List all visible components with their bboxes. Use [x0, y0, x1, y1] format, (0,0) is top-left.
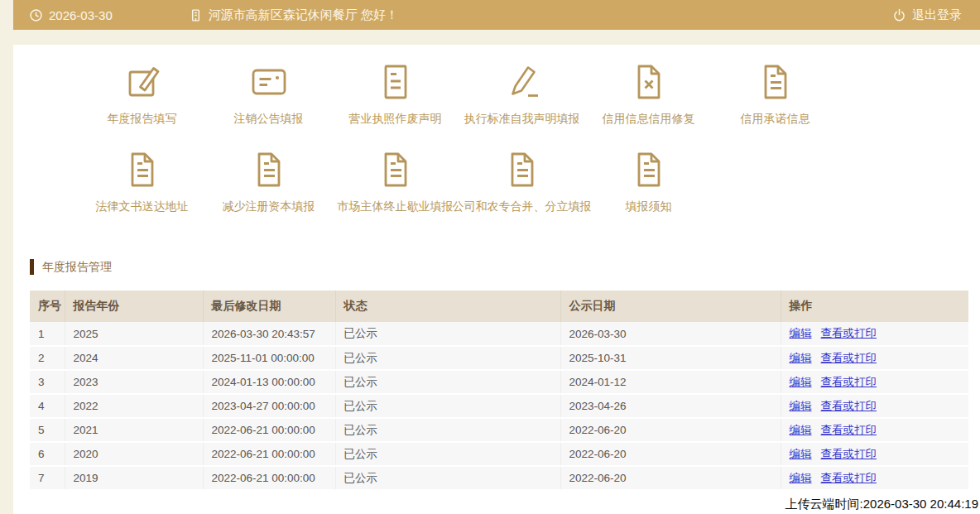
nav-item-label: 执行标准自我声明填报 [464, 112, 580, 127]
nav-item-0[interactable]: 年度报告填写 [79, 62, 205, 150]
doc-text-icon [756, 62, 795, 102]
edit-link[interactable]: 编辑 [790, 376, 812, 388]
row-published: 2026-03-30 [560, 322, 781, 346]
row-status: 已公示 [335, 346, 560, 370]
row-no: 1 [30, 322, 65, 346]
function-nav-grid: 年度报告填写注销公告填报营业执照作废声明执行标准自我声明填报信用信息信用修复信用… [79, 62, 980, 238]
table-row: 320232024-01-13 00:00:00已公示2024-01-12编辑查… [30, 370, 968, 394]
row-operations: 编辑查看或打印 [781, 418, 968, 442]
nav-item-label: 营业执照作废声明 [349, 112, 442, 127]
company-greeting: 河源市高新区森记休闲餐厅 您好！ [189, 7, 398, 23]
view-or-print-link[interactable]: 查看或打印 [821, 424, 877, 436]
nav-item-4[interactable]: 信用信息信用修复 [585, 62, 712, 150]
view-or-print-link[interactable]: 查看或打印 [821, 448, 877, 460]
row-no: 6 [30, 442, 65, 466]
edit-link[interactable]: 编辑 [790, 327, 812, 339]
doc-text-icon [376, 150, 416, 190]
date-text: 2026-03-30 [49, 8, 113, 22]
current-date: 2026-03-30 [29, 8, 113, 22]
nav-item-label: 注销公告填报 [234, 112, 304, 127]
edit-link[interactable]: 编辑 [790, 424, 812, 436]
row-no: 5 [30, 418, 65, 442]
row-published: 2022-06-20 [560, 466, 781, 490]
row-no: 7 [30, 466, 65, 490]
row-no: 3 [30, 370, 65, 394]
row-modified: 2022-06-21 00:00:00 [203, 442, 335, 466]
edit-link[interactable]: 编辑 [790, 400, 812, 412]
nav-item-5[interactable]: 信用承诺信息 [712, 62, 838, 150]
edit-link[interactable]: 编辑 [790, 352, 812, 364]
building-icon [189, 8, 203, 22]
logout-button[interactable]: 退出登录 [892, 7, 962, 23]
power-icon [892, 8, 906, 22]
column-header-status: 状态 [335, 291, 560, 322]
logout-label: 退出登录 [912, 7, 962, 23]
row-year: 2025 [65, 322, 203, 346]
nav-item-label: 填报须知 [626, 199, 672, 214]
nav-item-label: 法律文书送达地址 [96, 199, 189, 214]
row-status: 已公示 [335, 442, 560, 466]
row-modified: 2025-11-01 00:00:00 [203, 346, 335, 370]
row-operations: 编辑查看或打印 [781, 394, 968, 418]
row-year: 2023 [65, 370, 203, 394]
row-published: 2022-06-20 [560, 442, 781, 466]
nav-item-10[interactable]: 填报须知 [585, 150, 712, 238]
edit-link[interactable]: 编辑 [790, 472, 812, 484]
row-status: 已公示 [335, 394, 560, 418]
clock-icon [29, 8, 43, 22]
row-modified: 2026-03-30 20:43:57 [203, 322, 335, 346]
edit-link[interactable]: 编辑 [790, 448, 812, 460]
row-year: 2019 [65, 466, 203, 490]
row-year: 2020 [65, 442, 203, 466]
row-published: 2022-06-20 [560, 418, 781, 442]
nav-item-6[interactable]: 法律文书送达地址 [79, 150, 205, 238]
main-panel: 年度报告填写注销公告填报营业执照作废声明执行标准自我声明填报信用信息信用修复信用… [13, 45, 980, 514]
doc-lines-icon [376, 62, 416, 102]
row-year: 2022 [65, 394, 203, 418]
column-header-published: 公示日期 [560, 291, 781, 322]
nav-item-label: 年度报告填写 [108, 112, 177, 127]
view-or-print-link[interactable]: 查看或打印 [821, 400, 877, 412]
table-row: 420222023-04-27 00:00:00已公示2023-04-26编辑查… [30, 394, 968, 418]
row-status: 已公示 [335, 466, 560, 490]
table-row: 120252026-03-30 20:43:57已公示2026-03-30编辑查… [30, 322, 968, 346]
section-title: 年度报告管理 [42, 260, 112, 275]
nav-item-label: 信用承诺信息 [741, 112, 810, 127]
column-header-operations: 操作 [781, 291, 968, 322]
row-published: 2025-10-31 [560, 346, 781, 370]
nav-item-3[interactable]: 执行标准自我声明填报 [459, 62, 585, 150]
row-no: 2 [30, 346, 65, 370]
row-operations: 编辑查看或打印 [781, 346, 968, 370]
row-year: 2024 [65, 346, 203, 370]
view-or-print-link[interactable]: 查看或打印 [821, 352, 877, 364]
nav-item-label: 市场主体终止歇业填报 [338, 199, 454, 214]
section-header: 年度报告管理 [30, 259, 980, 275]
row-published: 2023-04-26 [560, 394, 781, 418]
view-or-print-link[interactable]: 查看或打印 [821, 472, 877, 484]
row-modified: 2022-06-21 00:00:00 [203, 466, 335, 490]
greeting-text: 河源市高新区森记休闲餐厅 您好！ [209, 7, 398, 23]
view-or-print-link[interactable]: 查看或打印 [821, 327, 877, 339]
annual-report-table: 序号 报告年份 最后修改日期 状态 公示日期 操作 120252026-03-3… [30, 291, 968, 491]
nav-item-9[interactable]: 公司和农专合并、分立填报 [459, 150, 585, 238]
row-modified: 2023-04-27 00:00:00 [203, 394, 335, 418]
edit-square-icon [122, 62, 162, 102]
upload-time-text: 上传云端时间:2026-03-30 20:44:19 [785, 497, 978, 512]
row-no: 4 [30, 394, 65, 418]
row-published: 2024-01-12 [560, 370, 781, 394]
nav-item-2[interactable]: 营业执照作废声明 [332, 62, 459, 150]
table-row: 520212022-06-21 00:00:00已公示2022-06-20编辑查… [30, 418, 968, 442]
row-operations: 编辑查看或打印 [781, 442, 968, 466]
row-modified: 2024-01-13 00:00:00 [203, 370, 335, 394]
nav-item-7[interactable]: 减少注册资本填报 [205, 150, 332, 238]
table-row: 620202022-06-21 00:00:00已公示2022-06-20编辑查… [30, 442, 968, 466]
view-or-print-link[interactable]: 查看或打印 [821, 376, 877, 388]
doc-text-icon [122, 150, 162, 190]
nav-item-8[interactable]: 市场主体终止歇业填报 [332, 150, 459, 238]
card-note-icon [249, 62, 289, 102]
pencil-sign-icon [502, 62, 542, 102]
nav-item-1[interactable]: 注销公告填报 [205, 62, 332, 150]
row-operations: 编辑查看或打印 [781, 322, 968, 346]
column-header-no: 序号 [30, 291, 65, 322]
nav-item-label: 信用信息信用修复 [603, 112, 695, 127]
